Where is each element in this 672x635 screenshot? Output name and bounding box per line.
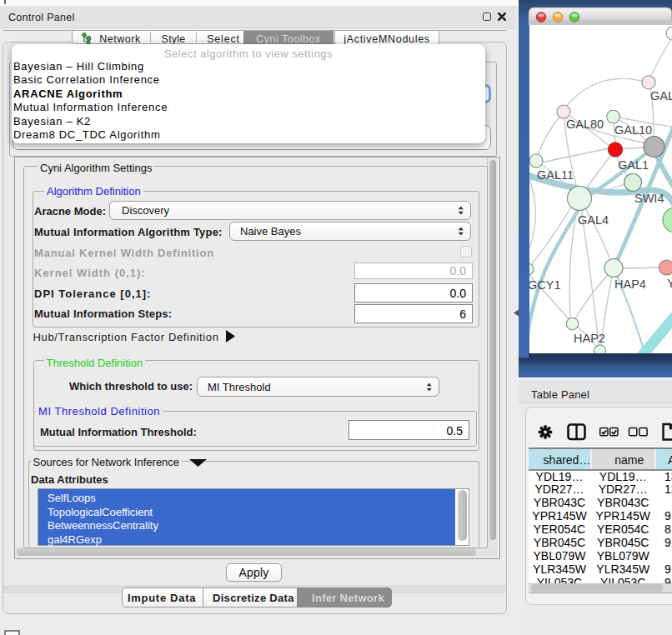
svg-text:GAL: GAL xyxy=(650,89,672,102)
svg-text:GAL80: GAL80 xyxy=(566,118,604,131)
svg-text:GAL10: GAL10 xyxy=(614,123,652,137)
svg-text:SWI4: SWI4 xyxy=(634,192,664,205)
svg-text:Y: Y xyxy=(667,277,672,290)
svg-text:GAL4: GAL4 xyxy=(578,213,609,227)
svg-text:GCY1: GCY1 xyxy=(528,278,561,292)
svg-text:HAP4: HAP4 xyxy=(614,278,646,291)
svg-text:GAL11: GAL11 xyxy=(537,168,574,182)
svg-text:HAP2: HAP2 xyxy=(574,332,605,345)
svg-text:GAL1: GAL1 xyxy=(618,158,649,172)
